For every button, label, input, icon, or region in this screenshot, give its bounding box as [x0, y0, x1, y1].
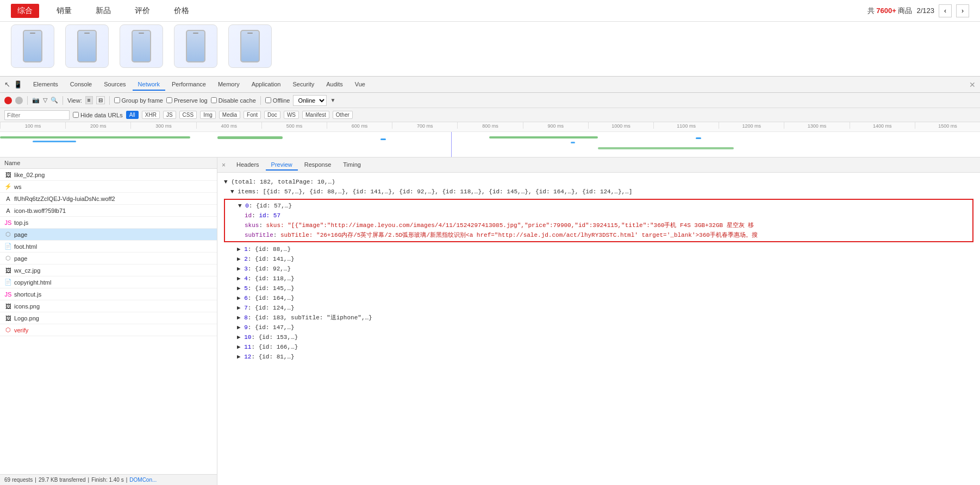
preserve-log-checkbox[interactable]: [166, 97, 172, 103]
filter-js-btn[interactable]: JS: [163, 111, 176, 119]
product-thumb-2[interactable]: [65, 24, 109, 68]
json-item0-label[interactable]: ▼ 0: {id: 57,…}: [225, 201, 972, 211]
tab-performance[interactable]: Performance: [166, 79, 211, 91]
file-item-shortcut[interactable]: JS shortcut.js: [0, 288, 217, 300]
offline-label[interactable]: Offline: [265, 97, 290, 104]
tab-vue[interactable]: Vue: [349, 79, 371, 91]
file-item-icons[interactable]: 🖼 icons.png: [0, 300, 217, 312]
stop-button[interactable]: [15, 97, 23, 104]
file-item-foot[interactable]: 📄 foot.html: [0, 241, 217, 253]
tab-application[interactable]: Application: [246, 79, 286, 91]
filter-input[interactable]: [4, 110, 70, 120]
throttle-expand-icon[interactable]: ▼: [330, 97, 335, 103]
product-thumb-3[interactable]: [120, 24, 163, 68]
filter-icon[interactable]: ▽: [43, 97, 47, 104]
throttle-select[interactable]: Online: [293, 95, 327, 106]
file-item-like[interactable]: 🖼 like_02.png: [0, 169, 217, 181]
file-item-ws[interactable]: ⚡ ws: [0, 181, 217, 193]
file-item-copyright[interactable]: 📄 copyright.html: [0, 276, 217, 288]
file-icon-font: A: [4, 195, 12, 203]
tab-security[interactable]: Security: [287, 79, 320, 91]
filter-media-btn[interactable]: Media: [219, 111, 240, 119]
tab-memory[interactable]: Memory: [213, 79, 245, 91]
devtools-cursor-icon[interactable]: ↖: [4, 80, 10, 89]
tab-network[interactable]: Network: [133, 79, 165, 91]
timeline-bar-2: [33, 141, 76, 142]
filter-xhr-btn[interactable]: XHR: [142, 111, 160, 119]
product-thumb-5[interactable]: [228, 24, 272, 68]
timeline-bar-6: [571, 142, 575, 143]
file-item-topjs[interactable]: JS top.js: [0, 217, 217, 229]
filter-doc-btn[interactable]: Doc: [264, 111, 280, 119]
tab-综合[interactable]: 综合: [11, 4, 39, 18]
camera-icon[interactable]: 📷: [32, 97, 40, 104]
product-thumb-4[interactable]: [174, 24, 217, 68]
tab-headers[interactable]: Headers: [231, 160, 265, 171]
filter-all-btn[interactable]: All: [126, 111, 139, 119]
json-item11[interactable]: ▶ 11: {id: 166,…}: [224, 342, 973, 352]
filter-css-btn[interactable]: CSS: [179, 111, 197, 119]
disable-cache-label[interactable]: Disable cache: [211, 97, 256, 104]
tab-preview[interactable]: Preview: [266, 160, 298, 171]
view-list-icon[interactable]: ≡: [85, 96, 93, 104]
product-thumbnails: [0, 22, 980, 76]
filter-other-btn[interactable]: Other: [333, 111, 353, 119]
filter-manifest-btn[interactable]: Manifest: [302, 111, 329, 119]
json-item0-subtitle[interactable]: subTitle: subTitle: "26+16G内存/5英寸屏幕/2.5D…: [225, 230, 972, 240]
tab-新品[interactable]: 新品: [89, 4, 117, 18]
domcon-link[interactable]: DOMCon...: [129, 477, 157, 483]
tab-评价[interactable]: 评价: [128, 4, 157, 18]
json-item7[interactable]: ▶ 7: {id: 124,…}: [224, 303, 973, 313]
json-item6[interactable]: ▶ 6: {id: 164,…}: [224, 293, 973, 303]
product-thumb-1[interactable]: [11, 24, 54, 68]
tab-价格[interactable]: 价格: [167, 4, 196, 18]
view-compact-icon[interactable]: ⊟: [96, 96, 105, 104]
tab-response[interactable]: Response: [299, 160, 337, 171]
filter-ws-btn[interactable]: WS: [284, 111, 299, 119]
json-item0-id[interactable]: id: id: 57: [225, 211, 972, 221]
json-item2[interactable]: ▶ 2: {id: 141,…}: [224, 254, 973, 264]
group-by-frame-label[interactable]: Group by frame: [114, 97, 163, 104]
json-item10[interactable]: ▶ 10: {id: 153,…}: [224, 332, 973, 342]
filter-font-btn[interactable]: Font: [244, 111, 261, 119]
tab-audits[interactable]: Audits: [321, 79, 348, 91]
offline-checkbox[interactable]: [265, 97, 271, 103]
file-item-verify[interactable]: ⬡ verify: [0, 324, 217, 336]
json-item9[interactable]: ▶ 9: {id: 147,…}: [224, 323, 973, 332]
panel-close-btn[interactable]: ×: [222, 161, 226, 169]
hide-data-urls-checkbox[interactable]: [73, 112, 79, 118]
file-item-woff2[interactable]: A flUhRq6tzZcIQEJ-Vdg-IuiaDsNc.woff2: [0, 193, 217, 205]
file-item-page1[interactable]: ⬡ page: [0, 229, 217, 241]
json-item0-skus[interactable]: skus: skus: "[{"image":"http://image.ley…: [225, 221, 972, 230]
disable-cache-checkbox[interactable]: [211, 97, 217, 103]
preserve-log-label[interactable]: Preserve log: [166, 97, 208, 104]
json-items-summary[interactable]: ▼ items: [{id: 57,…}, {id: 88,…}, {id: 1…: [224, 187, 973, 197]
hide-data-urls-label[interactable]: Hide data URLs: [73, 112, 123, 118]
json-item1[interactable]: ▶ 1: {id: 88,…}: [224, 244, 973, 254]
devtools-close-icon[interactable]: ✕: [969, 80, 976, 89]
json-item5[interactable]: ▶ 5: {id: 145,…}: [224, 284, 973, 293]
json-item3[interactable]: ▶ 3: {id: 92,…}: [224, 264, 973, 274]
prev-page-button[interactable]: ‹: [939, 4, 952, 17]
toolbar-divider-2: [63, 96, 63, 105]
file-item-icon-font[interactable]: A icon-tb.woff?59lb71: [0, 205, 217, 217]
filter-img-btn[interactable]: Img: [200, 111, 216, 119]
file-item-wxcz[interactable]: 🖼 wx_cz.jpg: [0, 264, 217, 276]
group-by-frame-checkbox[interactable]: [114, 97, 120, 103]
record-button[interactable]: [4, 97, 12, 104]
file-item-logo[interactable]: 🖼 Logo.png: [0, 312, 217, 324]
tab-elements[interactable]: Elements: [28, 79, 64, 91]
tab-timing[interactable]: Timing: [338, 160, 366, 171]
json-preview-area: ▼ (total: 182, totalPage: 10,…) ▼ items:…: [217, 173, 980, 485]
next-page-button[interactable]: ›: [956, 4, 969, 17]
file-item-page2[interactable]: ⬡ page: [0, 253, 217, 264]
json-item8[interactable]: ▶ 8: {id: 183, subTitle: "送iphone",…}: [224, 313, 973, 323]
tab-销量[interactable]: 销量: [50, 4, 78, 18]
search-icon[interactable]: 🔍: [51, 97, 58, 104]
tab-sources[interactable]: Sources: [98, 79, 131, 91]
tab-console[interactable]: Console: [65, 79, 97, 91]
json-item12[interactable]: ▶ 12: {id: 81,…}: [224, 352, 973, 362]
json-item4[interactable]: ▶ 4: {id: 118,…}: [224, 274, 973, 284]
json-root[interactable]: ▼ (total: 182, totalPage: 10,…): [224, 177, 973, 187]
devtools-device-icon[interactable]: 📱: [14, 80, 22, 89]
